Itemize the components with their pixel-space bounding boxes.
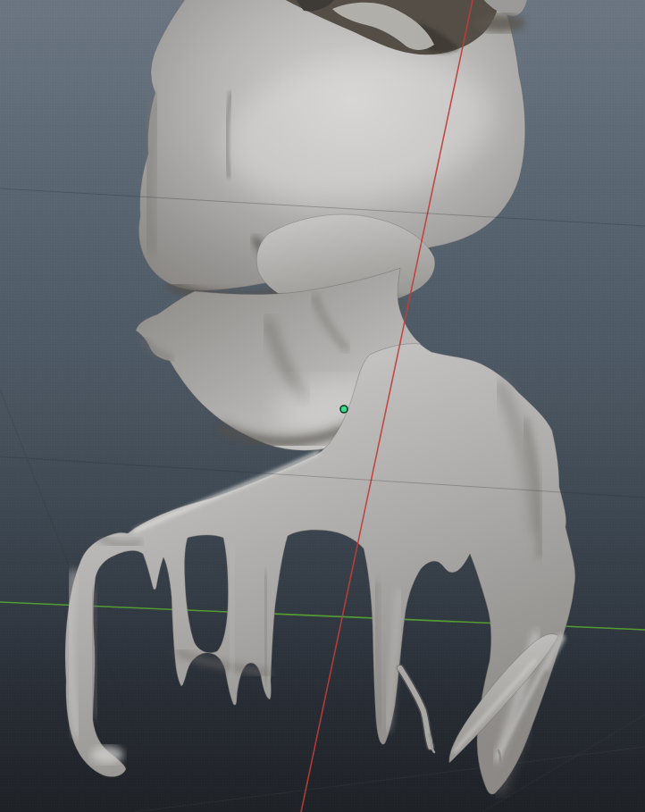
3d-viewport[interactable] [0, 0, 645, 812]
top-right-lump-shadow [475, 14, 525, 32]
origin-point-dot [340, 406, 348, 413]
mid-leg-shadow [264, 573, 266, 681]
viewport-canvas[interactable] [0, 0, 645, 812]
mid-leg-highlight [230, 548, 234, 672]
arm-toe-highlight [91, 746, 123, 764]
